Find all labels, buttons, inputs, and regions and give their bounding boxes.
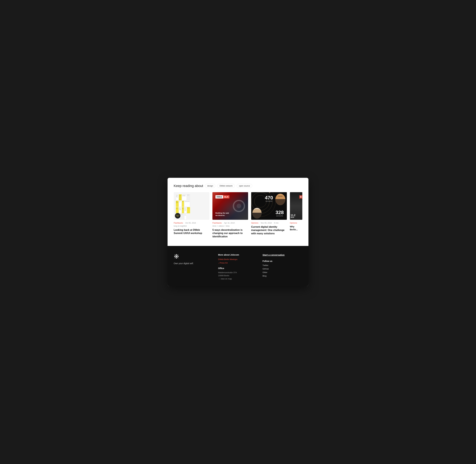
article-meta-1: Flashbacks · Oct 05, 2018 · long & insig…	[174, 222, 209, 227]
footer-link-presskit[interactable]: ↓ Press Kit	[218, 262, 258, 264]
article-meta-3: Opinions · Nov 06, 2018 · 6 min	[251, 222, 287, 224]
count-470-label: accounts	[265, 200, 273, 202]
count-470-number: 470	[265, 195, 273, 201]
footer-map-link[interactable]: → view on map	[218, 278, 232, 280]
count-328-label: accounts	[275, 215, 284, 217]
section-header: Keep reading about design DWeb network o…	[174, 184, 302, 188]
jolocom-logo-icon	[174, 254, 179, 259]
dweb-bln-badge: DWeb BLN	[215, 195, 229, 198]
article-category: Opinions	[290, 222, 297, 224]
footer-right: Start a conversation Follow us Twitter G…	[262, 254, 302, 280]
address-line2: 10999 Berlin	[218, 274, 258, 277]
article-meta-text: 6 min	[274, 222, 278, 224]
article-image-2: DWeb BLN Building the webwe deserve.	[213, 192, 248, 220]
red-b-element: B	[299, 195, 302, 199]
article-card: DWeb BLN Building the webwe deserve. Fla…	[213, 192, 248, 238]
article-category: Flashbacks	[213, 222, 222, 224]
article-category: Flashbacks	[174, 222, 183, 224]
footer-link-meetups[interactable]: DWeb Berlin Meetups	[218, 258, 258, 261]
article-meta-4: Opinions	[290, 222, 302, 224]
footer-conversation-title[interactable]: Start a conversation	[262, 254, 302, 256]
footer-middle: More about Jolocom DWeb Berlin Meetups ↓…	[218, 254, 258, 280]
tag-dweb-network[interactable]: DWeb network	[217, 184, 235, 188]
article-date: Nov 06, 2018	[261, 222, 272, 224]
article-meta-2: Flashbacks · Apr 16, 2019 · 3min + video…	[213, 222, 248, 227]
article-card: Lifespan superpowers: how interface shou…	[174, 192, 209, 238]
tag-open-source[interactable]: open source	[237, 184, 252, 188]
section-title: Keep reading about	[174, 184, 203, 188]
article-date: Apr 16, 2019	[224, 222, 235, 224]
footer-social-blog[interactable]: Blog	[262, 275, 302, 277]
footer-brand: Own your digital self.	[174, 254, 214, 280]
footer-social-twitter[interactable]: Twitter	[262, 264, 302, 266]
count-470: 470 accounts	[265, 195, 273, 202]
avatar-woman	[275, 194, 285, 205]
article-card-partial: 11.2 2019 B Opinions Why Berlin...	[290, 192, 302, 238]
articles-grid: Lifespan superpowers: how interface shou…	[174, 192, 302, 238]
footer-social-github[interactable]: GitHub	[262, 268, 302, 270]
footer-tagline: Own your digital self.	[174, 262, 214, 265]
avatar-man	[253, 208, 262, 219]
date-overlay: 11.2 2019	[291, 214, 295, 218]
article-title-1[interactable]: Looking back at DWeb Summit UX/UI worksh…	[174, 228, 209, 235]
address-line1: Waldemarstraße 37A	[218, 271, 258, 274]
footer-address: Waldemarstraße 37A 10999 Berlin	[218, 271, 258, 278]
author-badge: Author'sPick	[175, 213, 180, 219]
tag-design[interactable]: design	[205, 184, 215, 188]
footer-logo	[174, 254, 214, 260]
footer-social-gitter[interactable]: Gitter	[262, 271, 302, 273]
articles-section: Keep reading about design DWeb network o…	[167, 178, 309, 246]
article-title-4[interactable]: Why Berlin...	[290, 225, 302, 231]
article-image-1: Lifespan superpowers: how interface shou…	[174, 192, 209, 220]
article-category: Opinions	[251, 222, 258, 224]
count-328: 328 accounts	[275, 210, 284, 217]
footer: Own your digital self. More about Joloco…	[167, 246, 309, 286]
article-title-2[interactable]: 5 ways decentralization is changing our …	[213, 228, 248, 238]
footer-more-title: More about Jolocom	[218, 254, 258, 256]
article-image-4: 11.2 2019 B	[290, 192, 302, 220]
article-title-3[interactable]: Current digital identity management: One…	[251, 225, 287, 235]
count-328-number: 328	[275, 210, 284, 215]
article-image-3: 470 accounts	[251, 192, 287, 220]
article-meta-text: 3min + videos + links	[213, 225, 230, 227]
article-card: 470 accounts	[251, 192, 287, 238]
footer-office-title: Office	[218, 267, 258, 270]
article-date: Oct 05, 2018	[185, 222, 196, 224]
article-meta-text: long & insightful	[174, 225, 187, 227]
card2-subtitle: Building the webwe deserve.	[215, 212, 229, 217]
footer-follow-title: Follow us	[262, 260, 302, 262]
